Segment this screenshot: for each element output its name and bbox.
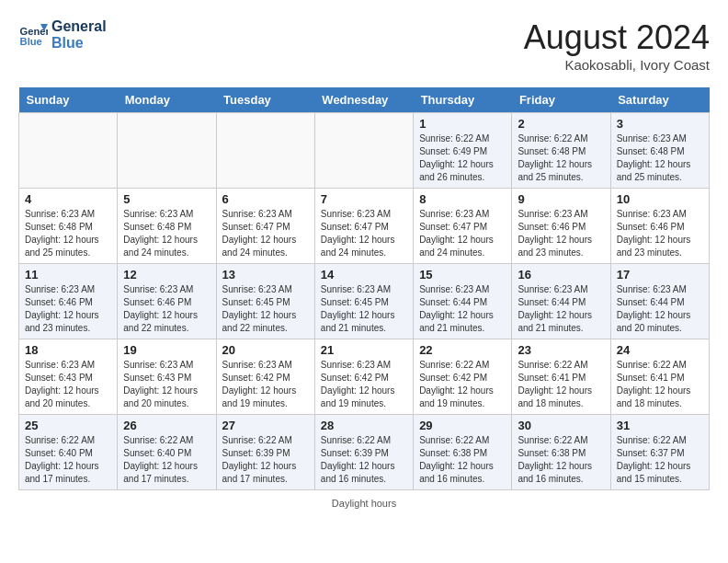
calendar-cell: 19Sunrise: 6:23 AM Sunset: 6:43 PM Dayli… (118, 339, 216, 415)
calendar-cell: 28Sunrise: 6:22 AM Sunset: 6:39 PM Dayli… (314, 415, 413, 490)
calendar-cell (118, 113, 216, 189)
day-info: Sunrise: 6:22 AM Sunset: 6:38 PM Dayligh… (419, 434, 506, 486)
calendar-cell: 3Sunrise: 6:23 AM Sunset: 6:48 PM Daylig… (610, 113, 709, 189)
col-header-sunday: Sunday (19, 87, 118, 113)
day-number: 25 (25, 419, 111, 432)
calendar-cell: 17Sunrise: 6:23 AM Sunset: 6:44 PM Dayli… (610, 264, 709, 339)
calendar-cell: 20Sunrise: 6:23 AM Sunset: 6:42 PM Dayli… (216, 339, 314, 415)
calendar-cell: 26Sunrise: 6:22 AM Sunset: 6:40 PM Dayli… (118, 415, 216, 490)
day-info: Sunrise: 6:23 AM Sunset: 6:48 PM Dayligh… (25, 208, 111, 259)
day-number: 9 (518, 192, 604, 206)
calendar-table: SundayMondayTuesdayWednesdayThursdayFrid… (18, 87, 710, 490)
day-number: 24 (617, 343, 703, 357)
day-number: 22 (419, 343, 506, 357)
day-info: Sunrise: 6:23 AM Sunset: 6:47 PM Dayligh… (222, 208, 309, 259)
calendar-cell: 24Sunrise: 6:22 AM Sunset: 6:41 PM Dayli… (610, 339, 709, 415)
day-info: Sunrise: 6:23 AM Sunset: 6:47 PM Dayligh… (419, 208, 506, 259)
day-info: Sunrise: 6:23 AM Sunset: 6:43 PM Dayligh… (123, 359, 210, 410)
day-info: Sunrise: 6:22 AM Sunset: 6:38 PM Dayligh… (518, 434, 604, 486)
day-number: 21 (321, 343, 407, 357)
calendar-cell: 5Sunrise: 6:23 AM Sunset: 6:48 PM Daylig… (118, 189, 216, 264)
col-header-tuesday: Tuesday (216, 87, 314, 113)
calendar-cell: 14Sunrise: 6:23 AM Sunset: 6:45 PM Dayli… (314, 264, 413, 339)
week-row-5: 25Sunrise: 6:22 AM Sunset: 6:40 PM Dayli… (19, 415, 710, 490)
calendar-header-row: SundayMondayTuesdayWednesdayThursdayFrid… (19, 87, 710, 113)
day-number: 10 (617, 192, 703, 206)
calendar-cell: 6Sunrise: 6:23 AM Sunset: 6:47 PM Daylig… (216, 189, 314, 264)
day-info: Sunrise: 6:22 AM Sunset: 6:49 PM Dayligh… (419, 132, 506, 184)
day-info: Sunrise: 6:23 AM Sunset: 6:46 PM Dayligh… (518, 208, 604, 259)
day-number: 5 (123, 192, 210, 206)
col-header-wednesday: Wednesday (314, 87, 413, 113)
calendar-cell: 13Sunrise: 6:23 AM Sunset: 6:45 PM Dayli… (216, 264, 314, 339)
day-number: 31 (617, 419, 703, 432)
calendar-cell (19, 113, 118, 189)
logo-general: General (51, 18, 107, 35)
day-info: Sunrise: 6:23 AM Sunset: 6:45 PM Dayligh… (321, 283, 407, 335)
week-row-1: 1Sunrise: 6:22 AM Sunset: 6:49 PM Daylig… (19, 113, 710, 189)
calendar-cell: 8Sunrise: 6:23 AM Sunset: 6:47 PM Daylig… (414, 189, 512, 264)
day-info: Sunrise: 6:22 AM Sunset: 6:39 PM Dayligh… (321, 434, 407, 486)
calendar-cell: 16Sunrise: 6:23 AM Sunset: 6:44 PM Dayli… (512, 264, 610, 339)
week-row-3: 11Sunrise: 6:23 AM Sunset: 6:46 PM Dayli… (19, 264, 710, 339)
day-info: Sunrise: 6:23 AM Sunset: 6:48 PM Dayligh… (617, 132, 703, 184)
day-number: 14 (321, 268, 407, 282)
day-info: Sunrise: 6:22 AM Sunset: 6:37 PM Dayligh… (617, 434, 703, 486)
day-info: Sunrise: 6:22 AM Sunset: 6:41 PM Dayligh… (518, 359, 604, 410)
day-info: Sunrise: 6:22 AM Sunset: 6:48 PM Dayligh… (518, 132, 604, 184)
calendar-cell (314, 113, 413, 189)
logo-icon: General Blue (18, 20, 48, 50)
daylight-label: Daylight hours (332, 498, 396, 509)
day-number: 8 (419, 192, 506, 206)
day-info: Sunrise: 6:23 AM Sunset: 6:42 PM Dayligh… (321, 359, 407, 410)
week-row-4: 18Sunrise: 6:23 AM Sunset: 6:43 PM Dayli… (19, 339, 710, 415)
day-info: Sunrise: 6:23 AM Sunset: 6:46 PM Dayligh… (123, 283, 210, 335)
day-number: 2 (518, 117, 604, 131)
day-number: 28 (321, 419, 407, 432)
day-number: 7 (321, 192, 407, 206)
calendar-cell: 11Sunrise: 6:23 AM Sunset: 6:46 PM Dayli… (19, 264, 118, 339)
day-number: 3 (617, 117, 703, 131)
day-info: Sunrise: 6:23 AM Sunset: 6:43 PM Dayligh… (25, 359, 111, 410)
location-subtitle: Kaokosabli, Ivory Coast (524, 57, 710, 73)
day-number: 29 (419, 419, 506, 432)
day-number: 13 (222, 268, 309, 282)
day-number: 12 (123, 268, 210, 282)
day-info: Sunrise: 6:23 AM Sunset: 6:45 PM Dayligh… (222, 283, 309, 335)
calendar-cell: 22Sunrise: 6:22 AM Sunset: 6:42 PM Dayli… (414, 339, 512, 415)
day-number: 15 (419, 268, 506, 282)
col-header-monday: Monday (118, 87, 216, 113)
day-number: 17 (617, 268, 703, 282)
day-number: 18 (25, 343, 111, 357)
calendar-cell: 15Sunrise: 6:23 AM Sunset: 6:44 PM Dayli… (414, 264, 512, 339)
calendar-cell (216, 113, 314, 189)
calendar-cell: 4Sunrise: 6:23 AM Sunset: 6:48 PM Daylig… (19, 189, 118, 264)
logo-blue: Blue (51, 35, 107, 52)
calendar-cell: 1Sunrise: 6:22 AM Sunset: 6:49 PM Daylig… (414, 113, 512, 189)
day-number: 27 (222, 419, 309, 432)
day-info: Sunrise: 6:23 AM Sunset: 6:46 PM Dayligh… (25, 283, 111, 335)
day-info: Sunrise: 6:22 AM Sunset: 6:39 PM Dayligh… (222, 434, 309, 486)
day-info: Sunrise: 6:23 AM Sunset: 6:46 PM Dayligh… (617, 208, 703, 259)
day-number: 4 (25, 192, 111, 206)
month-year-title: August 2024 (524, 18, 710, 57)
day-info: Sunrise: 6:22 AM Sunset: 6:40 PM Dayligh… (25, 434, 111, 486)
day-number: 11 (25, 268, 111, 282)
svg-text:Blue: Blue (20, 36, 42, 47)
calendar-cell: 23Sunrise: 6:22 AM Sunset: 6:41 PM Dayli… (512, 339, 610, 415)
day-info: Sunrise: 6:23 AM Sunset: 6:44 PM Dayligh… (518, 283, 604, 335)
calendar-cell: 29Sunrise: 6:22 AM Sunset: 6:38 PM Dayli… (414, 415, 512, 490)
day-info: Sunrise: 6:23 AM Sunset: 6:48 PM Dayligh… (123, 208, 210, 259)
week-row-2: 4Sunrise: 6:23 AM Sunset: 6:48 PM Daylig… (19, 189, 710, 264)
day-info: Sunrise: 6:23 AM Sunset: 6:42 PM Dayligh… (222, 359, 309, 410)
day-number: 1 (419, 117, 506, 131)
calendar-cell: 30Sunrise: 6:22 AM Sunset: 6:38 PM Dayli… (512, 415, 610, 490)
page-header: General Blue General Blue August 2024 Ka… (18, 18, 710, 73)
col-header-saturday: Saturday (610, 87, 709, 113)
calendar-cell: 7Sunrise: 6:23 AM Sunset: 6:47 PM Daylig… (314, 189, 413, 264)
calendar-cell: 31Sunrise: 6:22 AM Sunset: 6:37 PM Dayli… (610, 415, 709, 490)
calendar-cell: 9Sunrise: 6:23 AM Sunset: 6:46 PM Daylig… (512, 189, 610, 264)
logo: General Blue General Blue (18, 18, 107, 51)
day-number: 16 (518, 268, 604, 282)
calendar-cell: 25Sunrise: 6:22 AM Sunset: 6:40 PM Dayli… (19, 415, 118, 490)
